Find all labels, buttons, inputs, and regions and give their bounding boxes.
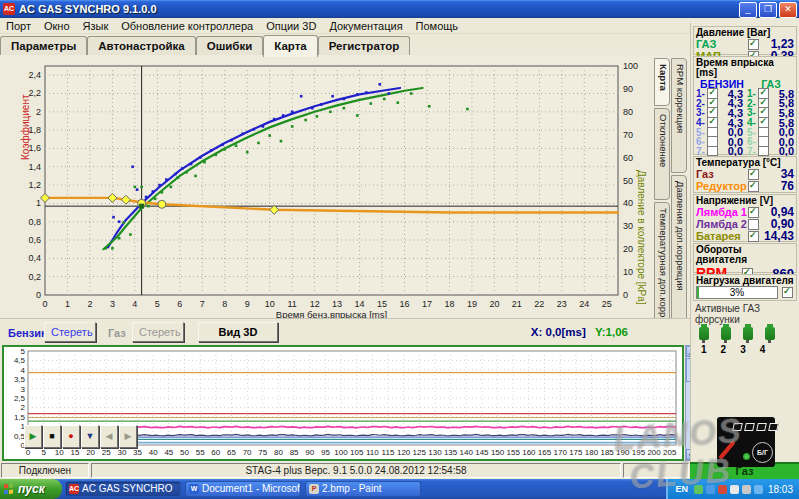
tab-Ошибки[interactable]: Ошибки [196,36,264,55]
app-window: AC AC GAS SYNCHRO 9.1.0.0 _ ❐ ✕ ПортОкно… [0,0,799,499]
start-label: пуск [18,482,45,496]
svg-text:15: 15 [71,448,80,457]
svg-text:160: 160 [522,448,536,457]
minimize-button[interactable]: _ [739,2,757,18]
svg-text:6: 6 [177,299,182,309]
gas-injector-icon [743,327,753,340]
menu-item-Порт[interactable]: Порт [6,20,31,32]
gas-level-leds [732,423,779,431]
svg-text:45: 45 [164,448,173,457]
tray-display-icon[interactable] [754,485,763,494]
title-bar: AC AC GAS SYNCHRO 9.1.0.0 _ ❐ ✕ [0,0,799,18]
side-tab-Отклонение[interactable]: Отклонение [654,108,670,200]
svg-text:145: 145 [475,448,489,457]
device-info: STAG-4 plus Верс. 9.1 5.0.0 24.08.2012 1… [91,463,621,478]
svg-text:10: 10 [55,448,64,457]
svg-text:22: 22 [534,299,544,309]
svg-text:4,5: 4,5 [14,356,26,365]
temperature-checkbox[interactable] [748,169,759,180]
task-button-2.bmp - Paint[interactable]: P2.bmp - Paint [305,481,421,497]
svg-text:3: 3 [21,385,26,394]
tray-alert-icon[interactable] [718,485,727,494]
voltage-checkbox[interactable] [748,207,759,218]
svg-text:40: 40 [623,198,633,208]
connection-status: Подключен [1,463,89,478]
stop-button[interactable]: ■ [43,425,61,448]
close-button[interactable]: ✕ [779,2,797,18]
menu-item-Документация[interactable]: Документация [329,20,402,32]
menu-item-Обновление контроллера[interactable]: Обновление контроллера [121,20,253,32]
voltage-checkbox[interactable] [748,219,759,230]
svg-text:175: 175 [569,448,583,457]
temperature-label: Редуктор [696,180,747,192]
svg-text:200: 200 [647,448,661,457]
svg-text:Время бенз.впрыска [ms]: Время бенз.впрыска [ms] [276,309,387,318]
pressure-checkbox[interactable] [748,39,759,50]
recorder-chart-area: 00,511,522,533,544,550510152025303540455… [2,345,684,461]
svg-text:5: 5 [21,347,26,356]
temperature-panel: Температура [°C] Газ34Редуктор76 [693,156,797,193]
svg-text:30: 30 [623,221,633,231]
menu-bar: ПортОкноЯзыкОбновление контроллераОпции … [0,18,799,34]
erase-gas-button[interactable]: Стереть [132,322,184,342]
svg-text:110: 110 [366,448,379,457]
tab-Автонастройка[interactable]: Автонастройка [87,36,195,55]
svg-text:21: 21 [512,299,522,309]
voltage-checkbox[interactable] [748,231,759,242]
erase-petrol-button[interactable]: Стереть [44,322,96,342]
maximize-button[interactable]: ❐ [759,2,777,18]
load-checkbox[interactable] [782,287,793,298]
led-icon [732,423,743,431]
side-tab-Давления доп.коррекция[interactable]: Давления доп.коррекция [671,175,687,333]
map-chart-canvas[interactable]: 0123456789101112131415161718192021222324… [0,55,690,318]
menu-item-Окно[interactable]: Окно [44,20,70,32]
load-title: Нагрузка двигателя [696,276,794,286]
svg-text:2: 2 [87,299,92,309]
svg-text:8: 8 [222,299,227,309]
needle-icon [718,440,735,459]
tray-shield-icon[interactable] [694,485,703,494]
map-right-axis-label: Давление в коллекторе [kPa] [636,170,647,305]
side-tab-Карта[interactable]: Карта [654,58,670,106]
temperature-checkbox[interactable] [748,181,759,192]
play-button[interactable]: ▶ [24,425,42,448]
record-button[interactable]: ● [62,425,80,448]
sensor-sidebar: Давление [Bar] ГАЗ1,23МАП0,38 Время впры… [690,23,799,462]
cursor-y-value: Y:1,06 [595,326,628,338]
petrol-gas-switch-button[interactable]: Б/Г [752,442,773,463]
pointer-down-button[interactable]: ▼ [81,425,99,448]
menu-item-Опции 3D[interactable]: Опции 3D [266,20,316,32]
side-tab-RPM коррекция[interactable]: RPM коррекция [671,58,687,173]
svg-text:0: 0 [26,448,31,457]
language-indicator[interactable]: EN [672,484,691,494]
svg-text:190: 190 [616,448,630,457]
tab-bar: ПараметрыАвтонастройкаОшибкиКартаРегистр… [0,33,690,55]
tab-Регистратор[interactable]: Регистратор [318,36,411,55]
svg-text:0,2: 0,2 [28,272,41,282]
prev-button[interactable]: ◀ [100,425,118,448]
start-button[interactable]: пуск [0,479,62,499]
app-icon: AC [3,3,15,15]
tray-battery-icon[interactable] [742,485,751,494]
svg-text:10: 10 [265,299,275,309]
svg-text:25: 25 [102,448,111,457]
svg-text:0,4: 0,4 [28,253,41,263]
svg-text:70: 70 [243,448,252,457]
svg-text:135: 135 [444,448,458,457]
svg-text:1: 1 [36,198,41,208]
view-3d-button[interactable]: Вид 3D [198,322,278,342]
svg-text:16: 16 [400,299,410,309]
svg-text:3: 3 [110,299,115,309]
task-button-Document1 - Microsof...[interactable]: WDocument1 - Microsof... [185,481,301,497]
tab-Карта[interactable]: Карта [263,35,317,57]
next-button[interactable]: ▶ [119,425,137,448]
menu-item-Язык[interactable]: Язык [83,20,109,32]
tray-volume-icon[interactable] [730,485,739,494]
svg-text:5: 5 [41,448,46,457]
tab-Параметры[interactable]: Параметры [0,36,87,55]
tray-network-icon[interactable] [706,485,715,494]
svg-text:18: 18 [444,299,454,309]
task-button-AC GAS SYNCHRO[interactable]: ACAC GAS SYNCHRO [65,481,181,497]
task-label: AC GAS SYNCHRO [82,482,173,496]
menu-item-Помощь[interactable]: Помощь [416,20,459,32]
